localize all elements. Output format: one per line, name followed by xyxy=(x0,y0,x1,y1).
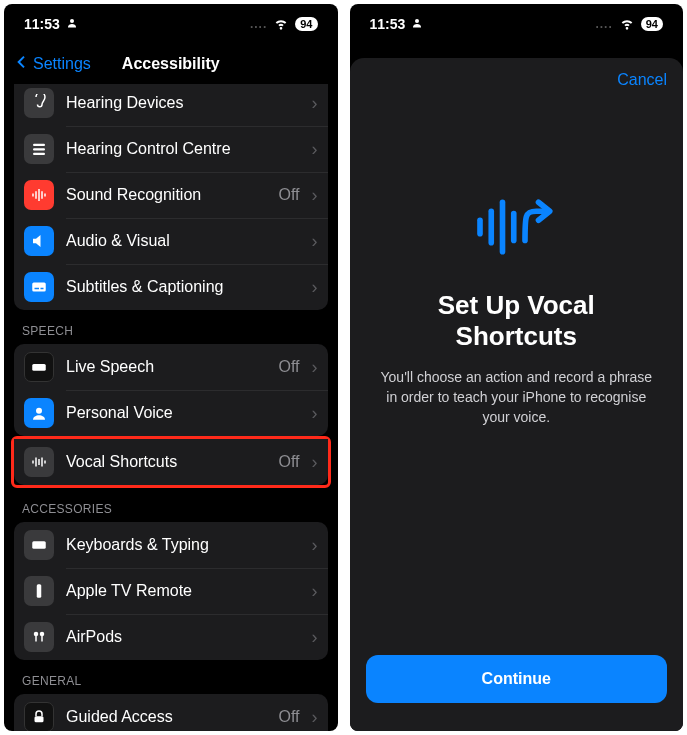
setup-sheet: Cancel Set Up Vocal Shortcuts You'll cho… xyxy=(350,58,684,731)
chevron-right-icon: › xyxy=(312,231,318,252)
accessories-header: ACCESSORIES xyxy=(14,488,328,522)
row-airpods[interactable]: AirPods › xyxy=(14,614,328,660)
chevron-right-icon: › xyxy=(312,277,318,298)
general-header: GENERAL xyxy=(14,660,328,694)
row-status: Off xyxy=(278,186,299,204)
svg-rect-10 xyxy=(35,288,40,290)
right-phone: 11:53 .... 94 Cancel xyxy=(350,4,684,731)
person-voice-icon xyxy=(24,398,54,428)
svg-rect-9 xyxy=(32,283,46,292)
svg-rect-12 xyxy=(32,364,46,371)
cancel-button[interactable]: Cancel xyxy=(617,71,667,89)
wifi-icon xyxy=(619,15,635,34)
sheet-footer: Continue xyxy=(350,655,684,731)
row-label: Vocal Shortcuts xyxy=(66,453,266,471)
svg-rect-24 xyxy=(41,636,43,642)
row-label: Personal Voice xyxy=(66,404,300,422)
accessories-group: Keyboards & Typing › Apple TV Remote › A… xyxy=(14,522,328,660)
row-status: Off xyxy=(278,453,299,471)
page-title: Accessibility xyxy=(4,55,338,73)
general-group: Guided Access Off › Assistive Access › S… xyxy=(14,694,328,731)
row-label: Keyboards & Typing xyxy=(66,536,300,554)
person-icon xyxy=(411,16,423,32)
svg-rect-20 xyxy=(37,584,42,598)
svg-rect-22 xyxy=(35,636,37,642)
chevron-right-icon: › xyxy=(312,452,318,473)
chevron-right-icon: › xyxy=(312,581,318,602)
svg-rect-25 xyxy=(35,716,44,722)
signal-dots-icon: .... xyxy=(595,17,612,31)
sheet-header: Cancel xyxy=(350,58,684,102)
chevron-right-icon: › xyxy=(312,707,318,728)
svg-point-0 xyxy=(70,19,74,23)
settings-list[interactable]: Hearing Devices › Hearing Control Centre… xyxy=(4,84,338,731)
signal-dots-icon: .... xyxy=(250,17,267,31)
row-vocal-shortcuts[interactable]: Vocal Shortcuts Off › xyxy=(14,439,328,485)
row-hearing-devices[interactable]: Hearing Devices › xyxy=(14,84,328,126)
speech-header: SPEECH xyxy=(14,310,328,344)
battery-indicator: 94 xyxy=(295,17,317,31)
svg-point-13 xyxy=(36,408,42,414)
row-sound-recognition[interactable]: Sound Recognition Off › xyxy=(14,172,328,218)
lock-icon xyxy=(24,702,54,731)
person-icon xyxy=(66,16,78,32)
sliders-icon xyxy=(24,134,54,164)
sheet-body: Set Up Vocal Shortcuts You'll choose an … xyxy=(350,102,684,655)
caption-icon xyxy=(24,272,54,302)
wifi-icon xyxy=(273,15,289,34)
sheet-description: You'll choose an action and record a phr… xyxy=(380,368,654,427)
svg-rect-19 xyxy=(32,541,46,549)
highlight-vocal-shortcuts: Vocal Shortcuts Off › xyxy=(11,436,331,488)
row-label: Sound Recognition xyxy=(66,186,266,204)
row-hearing-control-centre[interactable]: Hearing Control Centre › xyxy=(14,126,328,172)
chevron-right-icon: › xyxy=(312,627,318,648)
sheet-title: Set Up Vocal Shortcuts xyxy=(380,290,654,352)
keyboard-speech-icon xyxy=(24,352,54,382)
speech-group: Live Speech Off › Personal Voice › xyxy=(14,344,328,436)
status-time: 11:53 xyxy=(370,16,406,32)
svg-rect-2 xyxy=(33,148,45,150)
row-subtitles-captioning[interactable]: Subtitles & Captioning › xyxy=(14,264,328,310)
row-label: Hearing Devices xyxy=(66,94,300,112)
nav-bar: Settings Accessibility xyxy=(4,44,338,84)
speaker-icon xyxy=(24,226,54,256)
voice-shortcut-icon xyxy=(24,447,54,477)
svg-rect-1 xyxy=(33,144,45,146)
voice-shortcut-hero-icon xyxy=(471,192,561,266)
status-time: 11:53 xyxy=(24,16,60,32)
row-label: AirPods xyxy=(66,628,300,646)
hearing-group: Hearing Devices › Hearing Control Centre… xyxy=(14,84,328,310)
continue-button[interactable]: Continue xyxy=(366,655,668,703)
row-label: Audio & Visual xyxy=(66,232,300,250)
remote-icon xyxy=(24,576,54,606)
row-label: Hearing Control Centre xyxy=(66,140,300,158)
chevron-right-icon: › xyxy=(312,357,318,378)
row-guided-access[interactable]: Guided Access Off › xyxy=(14,694,328,731)
left-phone: 11:53 .... 94 Settings Accessibility xyxy=(4,4,338,731)
chevron-right-icon: › xyxy=(312,185,318,206)
ear-icon xyxy=(24,88,54,118)
svg-point-31 xyxy=(415,19,419,23)
keyboard-icon xyxy=(24,530,54,560)
soundwave-icon xyxy=(24,180,54,210)
status-bar: 11:53 .... 94 xyxy=(4,4,338,44)
chevron-right-icon: › xyxy=(312,139,318,160)
chevron-right-icon: › xyxy=(312,535,318,556)
svg-rect-3 xyxy=(33,153,45,155)
airpods-icon xyxy=(24,622,54,652)
chevron-right-icon: › xyxy=(312,93,318,114)
svg-rect-11 xyxy=(41,288,44,290)
row-status: Off xyxy=(278,708,299,726)
row-keyboards-typing[interactable]: Keyboards & Typing › xyxy=(14,522,328,568)
row-apple-tv-remote[interactable]: Apple TV Remote › xyxy=(14,568,328,614)
status-bar: 11:53 .... 94 xyxy=(350,4,684,44)
row-status: Off xyxy=(278,358,299,376)
chevron-right-icon: › xyxy=(312,403,318,424)
row-audio-visual[interactable]: Audio & Visual › xyxy=(14,218,328,264)
row-personal-voice[interactable]: Personal Voice › xyxy=(14,390,328,436)
battery-indicator: 94 xyxy=(641,17,663,31)
row-live-speech[interactable]: Live Speech Off › xyxy=(14,344,328,390)
row-label: Live Speech xyxy=(66,358,266,376)
row-label: Guided Access xyxy=(66,708,266,726)
row-label: Apple TV Remote xyxy=(66,582,300,600)
